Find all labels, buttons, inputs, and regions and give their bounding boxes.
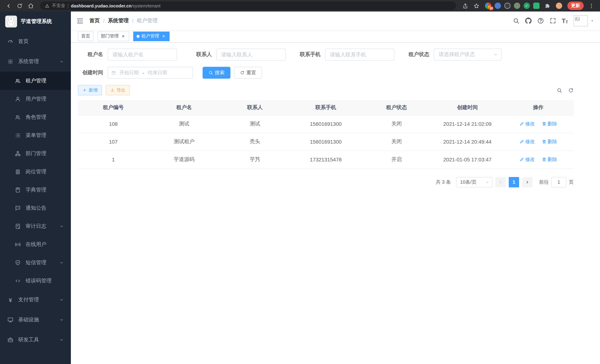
- prev-page-button[interactable]: [495, 177, 506, 187]
- home-button[interactable]: [26, 1, 36, 10]
- extensions-puzzle-icon[interactable]: [543, 1, 553, 10]
- help-icon[interactable]: [537, 18, 544, 24]
- edit-link[interactable]: 修改: [519, 138, 535, 145]
- close-icon[interactable]: ×: [161, 34, 166, 39]
- sidebar-item-departments[interactable]: 部门管理: [0, 144, 71, 162]
- trash-icon: [542, 157, 546, 162]
- reload-button[interactable]: [15, 1, 25, 10]
- refresh-table-icon[interactable]: [568, 87, 574, 93]
- goto-label: 前往: [539, 179, 549, 185]
- tab-home[interactable]: 首页: [78, 31, 94, 41]
- tenants-icon: [15, 78, 21, 84]
- search-button[interactable]: 搜索: [203, 67, 230, 79]
- breadcrumb-home[interactable]: 首页: [89, 18, 100, 24]
- next-page-button[interactable]: [522, 177, 533, 187]
- chevron-down-icon: [59, 318, 64, 322]
- close-icon[interactable]: ×: [121, 34, 126, 39]
- chevron-down-icon: [59, 298, 64, 302]
- col-actions: 操作: [503, 100, 574, 115]
- export-button[interactable]: 导出: [106, 85, 130, 95]
- sidebar-item-system[interactable]: 系统管理: [0, 52, 71, 72]
- book-icon: [15, 187, 21, 193]
- extension-icon-green-check[interactable]: ✓: [524, 3, 530, 9]
- delete-link[interactable]: 删除: [542, 138, 557, 145]
- delete-link[interactable]: 删除: [542, 121, 557, 127]
- sidebar-item-online-users[interactable]: 在线用户: [0, 235, 71, 253]
- sidebar-item-roles[interactable]: 角色管理: [0, 108, 71, 126]
- start-date-placeholder: 开始日期: [120, 69, 139, 76]
- goto-page-input[interactable]: [551, 177, 566, 187]
- share-button[interactable]: [460, 1, 470, 10]
- sidebar-item-label: 支付管理: [18, 297, 39, 303]
- extension-icon-colorwheel[interactable]: 10: [485, 3, 491, 9]
- tab-departments[interactable]: 部门管理 ×: [98, 31, 129, 41]
- sidebar-item-label: 用户管理: [26, 95, 46, 102]
- filter-contact: 联系人: [187, 49, 286, 60]
- edit-link[interactable]: 修改: [519, 156, 535, 163]
- screen: 不安全 dashboard.yudao.iocoder.cn/system/te…: [0, 0, 600, 364]
- browser-profile-avatar[interactable]: [556, 3, 562, 9]
- back-button[interactable]: [4, 1, 13, 10]
- sidebar-item-sms[interactable]: 短信管理: [0, 253, 71, 272]
- filter-row-1: 租户名 联系人 联系手机 租户状态 请选择租户状态: [78, 49, 574, 60]
- app-title: 芋道管理系统: [21, 18, 52, 25]
- sidebar-item-dictionary[interactable]: 字典管理: [0, 181, 71, 199]
- date-range-picker[interactable]: 开始日期 - 结束日期: [108, 67, 193, 79]
- tab-tenant-active[interactable]: 租户管理 ×: [133, 31, 169, 41]
- toggle-search-icon[interactable]: [557, 87, 562, 93]
- download-icon: [110, 88, 115, 92]
- bookmark-star-button[interactable]: [472, 1, 481, 10]
- browser-update-button[interactable]: 更新: [567, 1, 584, 10]
- tenant-name-input[interactable]: [108, 49, 177, 60]
- address-bar[interactable]: 不安全 dashboard.yudao.iocoder.cn/system/te…: [40, 1, 456, 10]
- edit-link[interactable]: 修改: [519, 121, 535, 127]
- sidebar-item-label: 岗位管理: [26, 168, 46, 175]
- extension-icon-green-square[interactable]: [533, 3, 540, 9]
- sidebar-item-infrastructure[interactable]: 基础设施: [0, 310, 71, 330]
- browser-menu-button[interactable]: [587, 1, 596, 10]
- sidebar-item-payment[interactable]: ¥ 支付管理: [0, 290, 71, 310]
- user-avatar-menu[interactable]: [574, 15, 594, 26]
- sidebar-item-posts[interactable]: 岗位管理: [0, 162, 71, 181]
- page-size-value: 10条/页: [460, 179, 477, 185]
- edit-label: 修改: [525, 138, 535, 145]
- calendar-icon: [111, 71, 116, 75]
- font-size-icon[interactable]: TT: [562, 18, 568, 24]
- pagination: 共 3 条 10条/页 1 前往 页: [78, 177, 574, 187]
- breadcrumb-system[interactable]: 系统管理: [108, 18, 129, 24]
- mobile-input[interactable]: [325, 49, 394, 60]
- delete-link[interactable]: 删除: [542, 156, 557, 163]
- sidebar-item-menus[interactable]: 菜单管理: [0, 126, 71, 144]
- table-row: 1 芋道源码 芋艿 17321315478 开启 2021-01-05 17:0…: [78, 151, 574, 168]
- sidebar-item-tenant[interactable]: 租户管理: [0, 72, 71, 90]
- page-number-1[interactable]: 1: [509, 177, 519, 187]
- sidebar-item-dev-tools[interactable]: 研发工具: [0, 330, 71, 350]
- extension-icon-dark[interactable]: [504, 3, 511, 9]
- sidebar-item-label: 首页: [18, 38, 28, 45]
- header-search-icon[interactable]: [513, 18, 519, 24]
- sidebar-item-label: 错误码管理: [26, 277, 52, 284]
- sidebar-item-users[interactable]: 用户管理: [0, 90, 71, 108]
- browser-chrome: 不安全 dashboard.yudao.iocoder.cn/system/te…: [0, 0, 600, 11]
- app-logo[interactable]: 芋道管理系统: [0, 11, 71, 32]
- contact-input[interactable]: [216, 49, 286, 60]
- add-button[interactable]: 新增: [78, 85, 102, 95]
- sidebar-collapse-button[interactable]: [76, 17, 84, 24]
- col-create-time: 创建时间: [432, 100, 503, 115]
- fullscreen-icon[interactable]: [550, 18, 556, 24]
- pagination-goto: 前往 页: [539, 177, 574, 187]
- extension-icon-olive[interactable]: [514, 3, 520, 9]
- reset-button[interactable]: 重置: [234, 67, 262, 79]
- extension-icon-blue[interactable]: [495, 3, 501, 9]
- menu-list-icon: [15, 132, 21, 138]
- sidebar-item-audit-log[interactable]: 审计日志: [0, 217, 71, 235]
- sidebar-item-notices[interactable]: 通知公告: [0, 199, 71, 217]
- github-icon[interactable]: [525, 18, 532, 24]
- page-size-select[interactable]: 10条/页: [456, 177, 492, 187]
- sidebar-item-error-codes[interactable]: 错误码管理: [0, 272, 71, 290]
- refresh-icon: [240, 71, 244, 75]
- status-select[interactable]: 请选择租户状态: [434, 49, 502, 60]
- sidebar-item-home[interactable]: 首页: [0, 32, 71, 52]
- col-tenant-name: 租户名: [149, 100, 220, 115]
- cell-contact: 秃头: [219, 133, 290, 151]
